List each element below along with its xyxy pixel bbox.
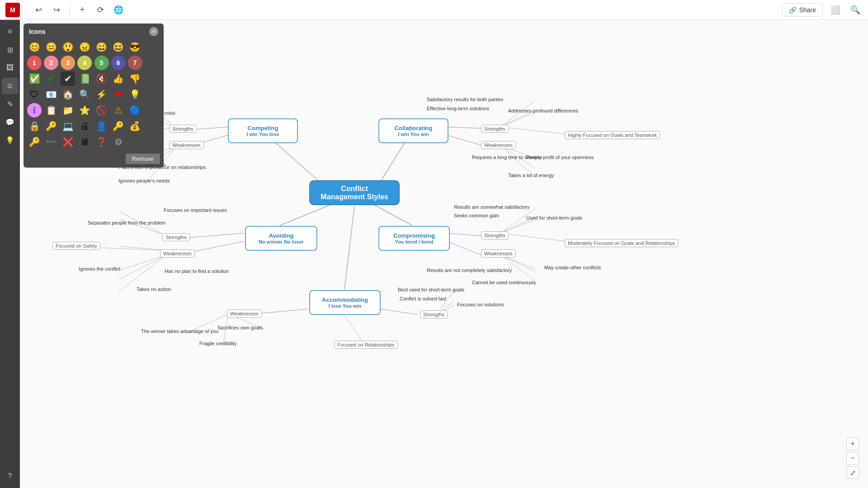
accommodating-node[interactable]: Accommodating I lose You win xyxy=(309,290,381,315)
icon-item[interactable]: ✔ xyxy=(44,71,58,86)
sidebar-item-emoji[interactable]: ☺ xyxy=(2,78,18,94)
icon-item[interactable]: 🖥 xyxy=(77,135,92,149)
icon-item[interactable]: 5 xyxy=(94,56,109,70)
icon-item[interactable]: ➖ xyxy=(44,135,58,149)
sidebar-item-edit[interactable]: ✎ xyxy=(2,96,18,112)
icon-item[interactable]: ✔ xyxy=(61,71,75,86)
icon-item[interactable]: 😊 xyxy=(27,40,42,54)
icon-item[interactable] xyxy=(145,56,159,70)
icon-item[interactable]: 🔍 xyxy=(77,87,92,102)
collaborating-line1: Collaborating xyxy=(395,125,433,131)
icon-item[interactable]: 1 xyxy=(27,56,42,70)
icon-item[interactable]: 😎 xyxy=(128,40,142,54)
acc-fragile: Fragile credibility xyxy=(199,341,237,346)
refresh-button[interactable]: ⟳ xyxy=(93,3,108,17)
competing-node[interactable]: Competing I win You lose xyxy=(228,118,298,143)
app-logo[interactable]: M xyxy=(5,3,20,17)
sidebar-item-comment[interactable]: 💬 xyxy=(2,114,18,130)
competing-weaknesses-badge: Weaknesses xyxy=(169,141,204,149)
icon-item[interactable]: 3 xyxy=(61,56,75,70)
icons-panel-close-button[interactable]: × xyxy=(149,27,158,36)
icon-item[interactable]: 💡 xyxy=(128,87,142,102)
sidebar-item-help[interactable]: ? xyxy=(2,468,18,484)
add-button[interactable]: + xyxy=(75,3,90,17)
icon-item[interactable]: 6 xyxy=(111,56,126,70)
icon-item[interactable] xyxy=(145,40,159,54)
sidebar-item-image[interactable]: 🖼 xyxy=(2,60,18,76)
share-button[interactable]: 🔗 Share xyxy=(782,3,823,17)
icon-item[interactable]: 📋 xyxy=(44,103,58,117)
sidebar-item-menu[interactable]: ≡ xyxy=(2,23,18,40)
icon-item[interactable]: ❤ xyxy=(111,87,126,102)
icon-item[interactable]: 💰 xyxy=(128,119,142,133)
icon-item[interactable]: 2 xyxy=(44,56,58,70)
icon-item[interactable]: 👤 xyxy=(94,119,109,133)
icon-item[interactable]: 😆 xyxy=(111,40,126,54)
icon-item[interactable]: ⚙ xyxy=(111,135,126,149)
compromising-node[interactable]: Compromising You bend I bend xyxy=(378,226,450,251)
comp-results-somewhat: Results are somewhat satisfactory xyxy=(454,204,530,210)
icon-item[interactable]: 😐 xyxy=(44,40,58,54)
icon-item[interactable]: 4 xyxy=(77,56,92,70)
zoom-in-button[interactable]: + xyxy=(846,437,859,450)
icon-item[interactable]: 🔵 xyxy=(128,103,142,117)
icon-item[interactable]: 😠 xyxy=(77,40,92,54)
icon-item[interactable]: 😄 xyxy=(94,40,109,54)
icon-item[interactable]: 🛡 xyxy=(27,87,42,102)
acc-conflict-solved: Conflict is solved fast xyxy=(400,296,446,301)
compromising-line1: Compromising xyxy=(393,232,435,239)
icon-item[interactable]: 🖨 xyxy=(77,119,92,133)
avoid-focuses: Focuses on important issues xyxy=(164,207,227,213)
icon-item[interactable]: 🔒 xyxy=(27,119,42,133)
remove-button[interactable]: Remove xyxy=(126,154,160,164)
icon-item[interactable] xyxy=(145,103,159,117)
comp-used-short: Used for short-term goals xyxy=(526,215,582,221)
svg-line-31 xyxy=(447,233,481,236)
search-icon[interactable]: 🔍 xyxy=(848,3,863,17)
competing-ignores-needs: Ignores people's needs xyxy=(118,178,170,183)
central-node[interactable]: Conflict Management Styles xyxy=(309,180,400,205)
present-button[interactable]: ⬜ xyxy=(828,3,843,17)
icon-item[interactable]: 📗 xyxy=(77,71,92,86)
svg-line-14 xyxy=(447,135,481,145)
icon-item[interactable]: ⚡ xyxy=(94,87,109,102)
icon-item[interactable]: ❓ xyxy=(94,135,109,149)
avoiding-node[interactable]: Avoiding No winner No loser xyxy=(245,226,317,251)
icon-item[interactable] xyxy=(145,119,159,133)
comp-may-create: May create other conflicts xyxy=(544,265,601,270)
icon-item[interactable]: 👎 xyxy=(128,71,142,86)
icon-item[interactable]: 🔑 xyxy=(111,119,126,133)
icon-item[interactable]: ❌ xyxy=(61,135,75,149)
icon-item[interactable]: 😲 xyxy=(61,40,75,54)
zoom-out-button[interactable]: − xyxy=(846,452,859,465)
collaborating-node[interactable]: Collaborating I win You win xyxy=(378,118,448,143)
icon-item[interactable] xyxy=(145,71,159,86)
icon-item[interactable]: 🏠 xyxy=(61,87,75,102)
icons-panel-title: Icons xyxy=(29,28,46,35)
icon-item[interactable]: 👍 xyxy=(111,71,126,86)
icon-item[interactable]: 7 xyxy=(128,56,142,70)
sidebar-item-idea[interactable]: 💡 xyxy=(2,132,18,148)
icon-item[interactable]: 📁 xyxy=(61,103,75,117)
icon-item[interactable] xyxy=(145,87,159,102)
icon-item[interactable]: 🔇 xyxy=(94,71,109,86)
icon-item[interactable]: 🔑 xyxy=(44,119,58,133)
accommodating-strengths-badge: Strengths xyxy=(420,310,448,319)
icon-item[interactable]: 📧 xyxy=(44,87,58,102)
icon-item[interactable]: 🚫 xyxy=(94,103,109,117)
svg-line-33 xyxy=(500,209,535,233)
icon-item[interactable]: 🔑 xyxy=(27,135,42,149)
icon-item[interactable]: ⚠ xyxy=(111,103,126,117)
zoom-fit-button[interactable]: ⤢ xyxy=(846,466,859,479)
toolbar-separator-2 xyxy=(69,5,70,15)
sidebar-item-layout[interactable]: ⊞ xyxy=(2,42,18,58)
accommodating-weaknesses-badge: Weaknesses xyxy=(227,310,262,318)
icon-item[interactable]: ✅ xyxy=(27,71,42,86)
redo-button[interactable]: ↪ xyxy=(49,3,64,17)
globe-button[interactable]: 🌐 xyxy=(111,3,126,17)
icon-item[interactable]: 💻 xyxy=(61,119,75,133)
undo-button[interactable]: ↩ xyxy=(31,3,46,17)
icon-item[interactable]: ⭐ xyxy=(77,103,92,117)
icon-item[interactable]: ℹ xyxy=(27,103,42,117)
avoid-separates: Separates people from the problem xyxy=(88,220,165,225)
